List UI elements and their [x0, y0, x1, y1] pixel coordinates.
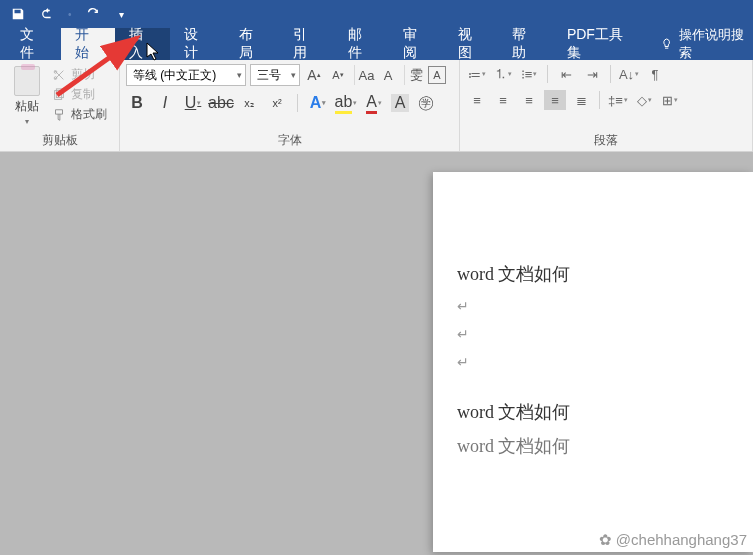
- tab-pdf[interactable]: PDF工具集: [553, 28, 648, 60]
- separator: •: [68, 9, 72, 20]
- justify-button[interactable]: ≡: [544, 90, 566, 110]
- tab-view[interactable]: 视图: [444, 28, 499, 60]
- tab-help[interactable]: 帮助: [498, 28, 553, 60]
- ribbon-tabs: 文件 开始 插入 设计 布局 引用 邮件 审阅 视图 帮助 PDF工具集 操作说…: [0, 28, 753, 60]
- cut-label: 剪切: [71, 66, 95, 83]
- char-shading-button[interactable]: A: [391, 94, 409, 112]
- paste-icon: [14, 66, 40, 96]
- font-name-select[interactable]: 等线 (中文正文): [126, 64, 246, 86]
- numbering-button[interactable]: ⒈: [492, 64, 514, 84]
- brush-icon: [52, 108, 66, 122]
- document-line: word 文档如何: [457, 262, 753, 286]
- tell-me-label: 操作说明搜索: [679, 26, 753, 62]
- group-clipboard: 粘贴 ▾ 剪切 复制 格式刷 剪贴板: [0, 60, 120, 151]
- separator: [297, 94, 298, 112]
- scissors-icon: [52, 68, 66, 82]
- char-border-button[interactable]: A: [428, 66, 446, 84]
- align-center-button[interactable]: ≡: [492, 90, 514, 110]
- paragraph-mark: ↵: [457, 354, 753, 370]
- group-font: 等线 (中文正文) 三号 A▴ A▾ Aa A 雯 A B I U abc x₂…: [120, 60, 460, 151]
- borders-button[interactable]: ⊞: [659, 90, 681, 110]
- tab-layout[interactable]: 布局: [225, 28, 280, 60]
- font-color-button[interactable]: A: [363, 92, 385, 114]
- group-paragraph-label: 段落: [466, 130, 746, 149]
- document-area[interactable]: word 文档如何 ↵ ↵ ↵ word 文档如何 word 文档如何: [0, 152, 753, 555]
- enclosed-char-button[interactable]: ㊫: [415, 92, 437, 114]
- paragraph-mark: ↵: [457, 326, 753, 342]
- format-painter-button[interactable]: 格式刷: [52, 106, 107, 123]
- show-marks-button[interactable]: ¶: [644, 64, 666, 84]
- line-spacing-button[interactable]: ‡≡: [607, 90, 629, 110]
- italic-button[interactable]: I: [154, 92, 176, 114]
- watermark: ✿ @chehhanghang37: [599, 531, 747, 549]
- tab-mail[interactable]: 邮件: [334, 28, 389, 60]
- paste-button[interactable]: 粘贴 ▾: [6, 64, 48, 126]
- group-paragraph: ≔ ⒈ ⁝≡ ⇤ ⇥ A↓ ¶ ≡ ≡ ≡ ≡ ≣ ‡≡ ◇ ⊞ 段落: [460, 60, 753, 151]
- sort-button[interactable]: A↓: [618, 64, 640, 84]
- bold-button[interactable]: B: [126, 92, 148, 114]
- ribbon: 粘贴 ▾ 剪切 复制 格式刷 剪贴板 等线 (中: [0, 60, 753, 152]
- align-left-button[interactable]: ≡: [466, 90, 488, 110]
- format-painter-label: 格式刷: [71, 106, 107, 123]
- save-icon[interactable]: [8, 4, 28, 24]
- tell-me-search[interactable]: 操作说明搜索: [648, 28, 753, 60]
- document-line: word 文档如何: [457, 400, 753, 424]
- paste-dropdown-icon[interactable]: ▾: [25, 117, 29, 126]
- quick-access-toolbar: • ▾: [0, 0, 753, 28]
- grow-font-button[interactable]: A▴: [304, 65, 324, 85]
- shrink-font-button[interactable]: A▾: [328, 65, 348, 85]
- document-page[interactable]: word 文档如何 ↵ ↵ ↵ word 文档如何 word 文档如何: [433, 172, 753, 552]
- subscript-button[interactable]: x₂: [238, 92, 260, 114]
- indent-right-button[interactable]: ⇥: [581, 64, 603, 84]
- tab-review[interactable]: 审阅: [389, 28, 444, 60]
- highlight-button[interactable]: ab: [335, 92, 357, 114]
- redo-icon[interactable]: [82, 4, 102, 24]
- indent-left-button[interactable]: ⇤: [555, 64, 577, 84]
- separator: [547, 65, 548, 83]
- copy-button[interactable]: 复制: [52, 86, 107, 103]
- lightbulb-icon: [660, 37, 673, 51]
- qat-customize-icon[interactable]: ▾: [112, 4, 132, 24]
- shading-button[interactable]: ◇: [633, 90, 655, 110]
- group-clipboard-label: 剪贴板: [6, 130, 113, 149]
- tab-references[interactable]: 引用: [279, 28, 334, 60]
- group-font-label: 字体: [126, 130, 453, 149]
- undo-icon[interactable]: [38, 4, 58, 24]
- font-size-select[interactable]: 三号: [250, 64, 300, 86]
- separator: [599, 91, 600, 109]
- copy-icon: [52, 88, 66, 102]
- phonetic-guide-button[interactable]: 雯: [404, 65, 424, 85]
- tab-design[interactable]: 设计: [170, 28, 225, 60]
- change-case-button[interactable]: Aa: [354, 65, 374, 85]
- superscript-button[interactable]: x²: [266, 92, 288, 114]
- paragraph-mark: ↵: [457, 298, 753, 314]
- multilevel-button[interactable]: ⁝≡: [518, 64, 540, 84]
- clear-format-button[interactable]: A: [378, 65, 398, 85]
- align-right-button[interactable]: ≡: [518, 90, 540, 110]
- bullets-button[interactable]: ≔: [466, 64, 488, 84]
- underline-button[interactable]: U: [182, 92, 204, 114]
- copy-label: 复制: [71, 86, 95, 103]
- separator: [610, 65, 611, 83]
- cut-button[interactable]: 剪切: [52, 66, 107, 83]
- text-effects-button[interactable]: A: [307, 92, 329, 114]
- tab-home[interactable]: 开始: [61, 28, 116, 60]
- tab-insert[interactable]: 插入: [115, 28, 170, 60]
- distribute-button[interactable]: ≣: [570, 90, 592, 110]
- strike-button[interactable]: abc: [210, 92, 232, 114]
- paste-label: 粘贴: [15, 98, 39, 115]
- document-line: word 文档如何: [457, 434, 753, 458]
- tab-file[interactable]: 文件: [6, 28, 61, 60]
